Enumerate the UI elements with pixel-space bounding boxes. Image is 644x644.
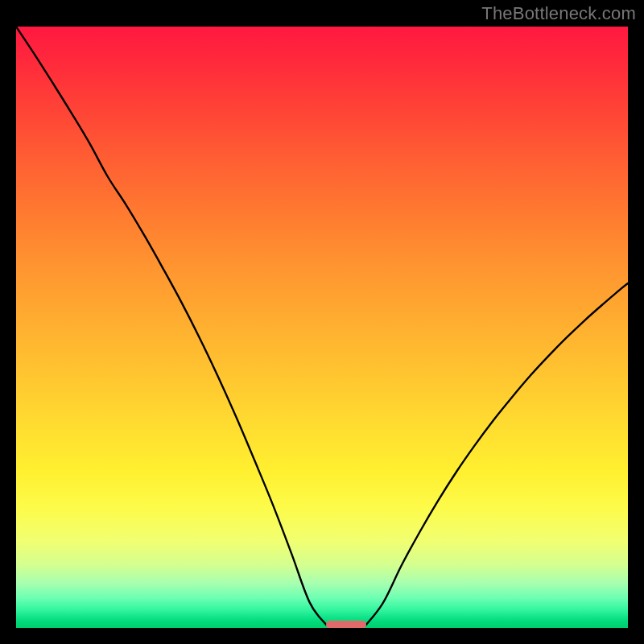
bottleneck-indicator (326, 621, 365, 628)
watermark-text: TheBottleneck.com (481, 3, 636, 24)
right-curve-path (366, 283, 628, 625)
plot-area (16, 27, 628, 628)
chart-container: TheBottleneck.com (0, 0, 644, 644)
left-curve-path (16, 27, 326, 625)
curve-svg (16, 27, 628, 628)
